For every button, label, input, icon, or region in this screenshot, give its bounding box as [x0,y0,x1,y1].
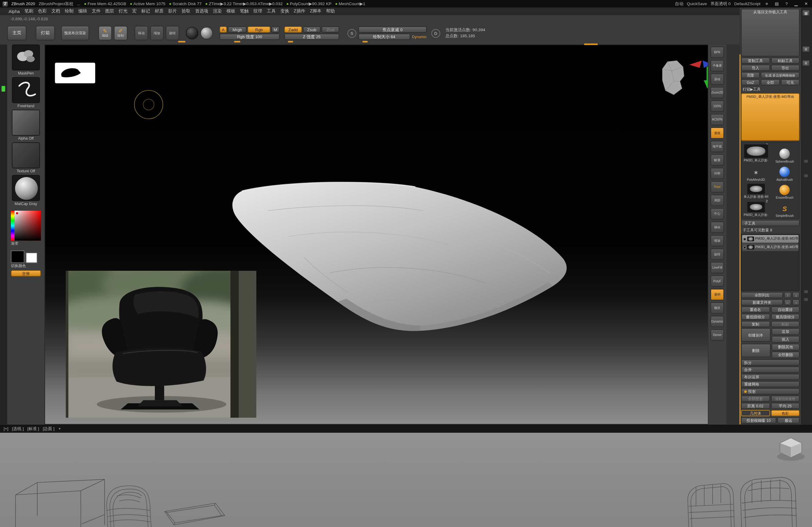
scale-mode-button[interactable]: 缩放 [150,26,164,40]
menu-stencil[interactable]: 模板 [224,8,237,14]
menu-alpha[interactable]: Alpha [6,9,23,14]
subtool-item-selected[interactable]: PM3D_单人沙发-坐垫-MD导出 [742,235,798,243]
menu-document[interactable]: 文档 [49,8,62,14]
floor-grid-icon[interactable]: 地平线 [710,141,724,152]
scroll-icon[interactable]: 滚动 [710,74,724,85]
move-out-folder-button[interactable]: ← [784,299,792,306]
current-material[interactable]: MatCap Gray [12,175,40,206]
delete-other-button[interactable]: 删除其他 [771,344,800,350]
menu-marker[interactable]: 标记 [139,8,152,14]
subtool-item[interactable]: PM3D_单人沙发-坐垫-MD导出1 [742,243,798,251]
wireframe-mode-label[interactable]: [选线 ] [12,426,24,431]
stroke-s-icon[interactable]: S [348,29,356,38]
import-button[interactable]: 导入 [741,65,770,71]
xpose-icon[interactable]: Xpose [710,329,724,341]
project-all-button[interactable]: 全部投射 [741,396,770,402]
help-icon[interactable]: ? [784,1,789,6]
symmetry-icon[interactable]: 对称 [710,168,724,179]
make-polymesh-button[interactable]: 生成 多边形网格物体 [761,72,800,78]
project-history-button[interactable]: 投射历史使用 [771,396,800,402]
restore-tool-button[interactable]: R [802,60,810,66]
local-symmetry-icon[interactable]: Sxyz [710,181,724,193]
actual-size-icon[interactable]: 100% [710,101,724,112]
wireframe-cube[interactable] [15,480,104,527]
auto-reorder-button[interactable]: 自动重排 [771,307,800,313]
alternate-color-button[interactable]: 交替 [11,270,41,277]
lowest-subdiv-button[interactable]: 最低级细分 [741,314,770,320]
ghost-icon[interactable]: 幽灵 [710,302,724,314]
projection-blur-slider[interactable]: 投射模糊量 10 [741,418,776,424]
panel-dock-icon[interactable]: ▦ [802,10,810,16]
line-fill-icon[interactable]: LineFill [710,262,724,274]
zadd-button[interactable]: Zadd [284,26,302,33]
aa-half-icon[interactable]: AC50% [710,114,724,126]
material-thumbnail-sidebar[interactable] [12,175,40,201]
list-all-button[interactable]: 全部列出 [741,292,783,298]
remesh-section-header[interactable]: 重建网格 [741,381,800,387]
menu-picker[interactable]: 拾取 [179,8,193,14]
standard-mode-label[interactable]: [标准 ] [27,426,39,431]
subtool-pin-handle[interactable] [804,174,808,177]
move-canvas-icon[interactable]: 移动 [710,222,724,233]
rgb-mode-button[interactable]: Rgb [248,26,271,33]
scale-canvas-icon[interactable]: 缩放 [710,235,724,247]
tool-thumb-sofa[interactable]: 单人沙发-坐垫-MI [743,182,769,199]
clone-button[interactable]: 克隆 [741,72,760,78]
load-tool-button[interactable]: 从项目文件载入工具 [741,9,800,56]
rotate-canvas-icon[interactable]: 旋转 [710,248,724,260]
append-button[interactable]: 追加 [771,328,800,335]
zoom2d-icon[interactable]: Zoom2D [710,87,724,99]
rotate-mode-button[interactable]: 旋转 [166,26,179,40]
tool-thumb-polymesh3d[interactable]: ✶ PolyMesh3D [743,165,769,181]
switch-color-label[interactable]: 切换颜色 [11,263,41,269]
menu-color[interactable]: 色彩 [36,8,49,14]
create-copy-button[interactable]: 创建副本 [741,328,770,342]
document-canvas[interactable] [45,45,708,425]
alpha-thumbnail[interactable] [12,109,40,135]
paste-subtool-button[interactable]: 粘贴 [771,321,800,327]
rgb-intensity-slider[interactable]: Rgb 强度 100 [220,34,280,40]
current-stroke[interactable]: FreeHand [12,77,40,108]
goz-button[interactable]: GoZ [741,79,760,86]
mask-preview-thumbnail[interactable] [55,63,95,83]
quicksave-cube-icon[interactable] [777,438,805,461]
lightbox-button[interactable]: 灯箱 [36,26,55,40]
tool-thumb-spherebrush[interactable]: SphereBrush [771,145,798,163]
edit-mode-button[interactable]: ✎ 编辑 [99,26,112,40]
hue-strip[interactable] [11,211,15,241]
menu-layer[interactable]: 图层 [103,8,116,14]
current-alpha[interactable]: Alpha Off [12,109,40,141]
bpr-render-icon[interactable]: BPR [710,47,724,58]
move-into-folder-button[interactable]: → [792,299,800,306]
main-color-swatch[interactable] [11,250,24,263]
menu-transform[interactable]: 变换 [278,8,291,14]
menu-light[interactable]: 灯光 [116,8,130,14]
default-zscript-button[interactable]: DefaultZScript [734,1,760,6]
tool-thumb-simplebrush[interactable]: S SimpleBrush [771,201,798,218]
tool-thumb-current2[interactable]: 2 PM3D_单人沙发- [743,201,769,218]
boolean-section-header[interactable]: 布尔运算 [741,374,800,380]
quicksave-button[interactable]: QuickSave [687,1,707,6]
z-intensity-slider[interactable]: Z 强度 25 [284,34,339,40]
tool-thumb-alphabrush[interactable]: AlphaBrush [771,165,798,181]
duplicate-button[interactable]: 复制 [741,321,770,327]
current-texture[interactable]: Texture Off [12,142,40,174]
menu-icon[interactable]: ≡ [764,1,770,6]
menu-macro[interactable]: 宏 [130,8,139,14]
zsub-button[interactable]: Zsub [303,26,321,33]
menu-preferences[interactable]: 首选项 [193,8,211,14]
project-geometry-toggle[interactable]: 几何体 [741,410,770,416]
menu-brush[interactable]: 笔刷 [22,8,35,14]
material-thumbnail[interactable] [186,27,199,39]
subpixel-icon[interactable]: 子像素 [710,60,724,72]
texture-thumbnail[interactable] [12,142,40,168]
preview-boolean-button[interactable]: 预览布尔渲染 [61,26,89,40]
menu-movie[interactable]: 影片 [166,8,179,14]
menu-texture[interactable]: 纹理 [251,8,264,14]
tool-thumb-eraserbrush[interactable]: EraserBrush [771,182,798,199]
zcut-button[interactable]: Zcut [321,26,339,33]
menu-file[interactable]: 文件 [89,8,103,14]
reference-image[interactable] [66,271,256,418]
chevron-down-icon[interactable]: ▼ [58,427,61,430]
wireframe-chair-a[interactable] [688,483,735,527]
